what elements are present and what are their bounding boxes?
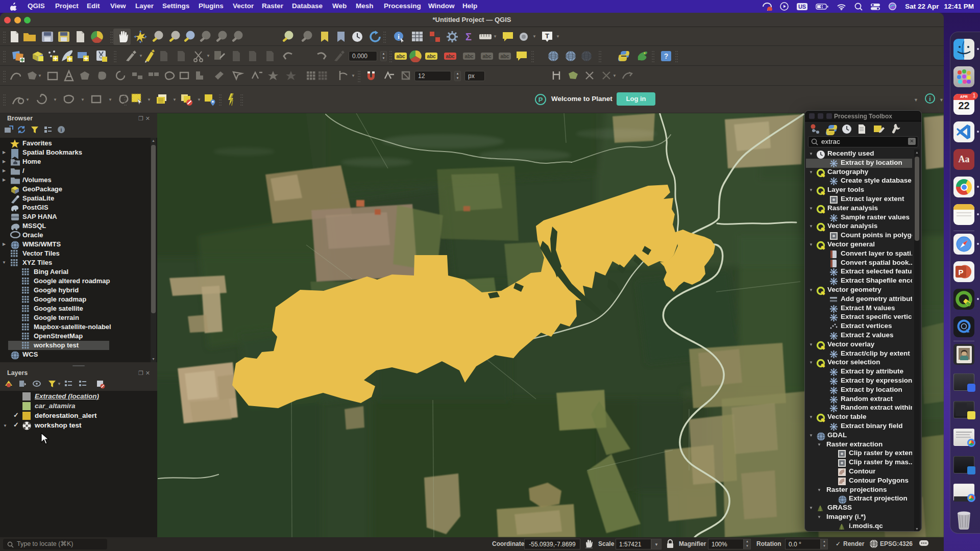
svg-text:?: ?: [664, 52, 669, 60]
svg-text:abc: abc: [427, 54, 436, 59]
svg-text:T: T: [545, 32, 549, 40]
svg-text:abc: abc: [446, 54, 455, 59]
svg-text:i: i: [398, 33, 400, 40]
svg-text:abc: abc: [464, 54, 474, 59]
svg-text:i: i: [61, 127, 62, 133]
svg-text:abc: abc: [500, 54, 509, 59]
svg-text:abc: abc: [396, 54, 405, 59]
svg-text:Σ: Σ: [465, 31, 472, 42]
svg-text:P: P: [958, 268, 963, 277]
svg-text:abc: abc: [482, 54, 492, 59]
